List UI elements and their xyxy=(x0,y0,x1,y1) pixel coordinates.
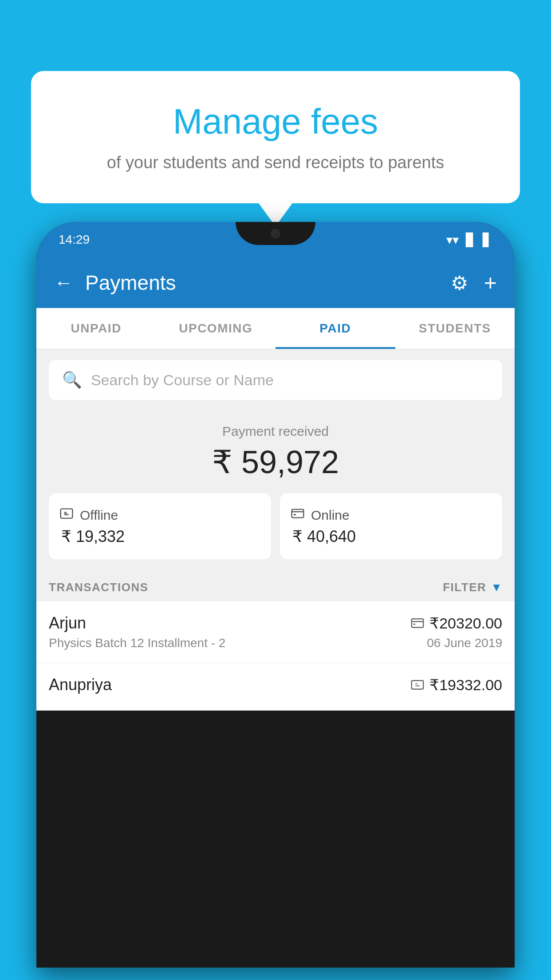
settings-icon[interactable]: ⚙ xyxy=(451,272,468,294)
search-container: 🔍 Search by Course or Name xyxy=(36,349,515,411)
transactions-list: Arjun ₹20320.00 Physics xyxy=(36,601,515,711)
offline-payment-card: Offline ₹ 19,332 xyxy=(49,493,271,559)
speech-bubble: Manage fees of your students and send re… xyxy=(31,71,520,203)
status-icons: ▾▾ ▊ ▋ xyxy=(446,233,492,247)
offline-amount: ₹ 19,332 xyxy=(59,527,125,546)
camera xyxy=(271,229,280,238)
bubble-subtitle: of your students and send receipts to pa… xyxy=(58,151,493,174)
svg-rect-4 xyxy=(413,624,416,624)
signal-icon: ▊ xyxy=(466,233,476,247)
header-left: ← Payments xyxy=(54,271,176,295)
wifi-icon: ▾▾ xyxy=(446,233,459,247)
phone-frame: 14:29 ▾▾ ▊ ▋ ← Payments ⚙ xyxy=(36,222,515,968)
app-content: 🔍 Search by Course or Name Payment recei… xyxy=(36,349,515,711)
online-payment-card: Online ₹ 40,640 xyxy=(280,493,502,559)
tab-unpaid[interactable]: UNPAID xyxy=(36,308,156,349)
table-row[interactable]: Anupriya ₹19332.00 xyxy=(36,663,515,711)
tabs-bar: UNPAID UPCOMING PAID STUDENTS xyxy=(36,308,515,349)
transaction-amount-arjun: ₹20320.00 xyxy=(411,614,502,632)
cash-payment-icon xyxy=(411,680,424,690)
battery-icon: ▋ xyxy=(483,233,492,247)
transactions-label: TRANSACTIONS xyxy=(49,581,149,594)
transaction-top-arjun: Arjun ₹20320.00 xyxy=(49,614,502,632)
transaction-course-arjun: Physics Batch 12 Installment - 2 xyxy=(49,636,225,650)
page-title: Payments xyxy=(85,271,176,295)
tab-paid[interactable]: PAID xyxy=(276,308,395,349)
svg-rect-5 xyxy=(412,680,423,689)
transaction-amount-value-arjun: ₹20320.00 xyxy=(429,614,502,632)
offline-icon xyxy=(59,506,74,521)
online-icon xyxy=(291,506,305,521)
transaction-name-anupriya: Anupriya xyxy=(49,676,112,694)
speech-bubble-container: Manage fees of your students and send re… xyxy=(31,71,520,203)
status-time: 14:29 xyxy=(59,233,90,247)
filter-group[interactable]: FILTER ▼ xyxy=(443,581,502,594)
tab-students[interactable]: STUDENTS xyxy=(395,308,515,349)
payment-total-amount: ₹ 59,972 xyxy=(49,443,502,481)
table-row[interactable]: Arjun ₹20320.00 Physics xyxy=(36,601,515,663)
header-actions: ⚙ + xyxy=(451,270,497,296)
search-icon: 🔍 xyxy=(62,371,82,389)
svg-rect-3 xyxy=(412,619,423,627)
svg-rect-1 xyxy=(292,510,304,518)
offline-card-header: Offline xyxy=(59,506,118,524)
payment-summary: Payment received ₹ 59,972 xyxy=(36,411,515,568)
payment-received-label: Payment received xyxy=(49,424,502,439)
add-icon[interactable]: + xyxy=(484,270,497,296)
search-input[interactable]: Search by Course or Name xyxy=(91,371,274,389)
back-button[interactable]: ← xyxy=(54,272,73,293)
phone-wrapper: 14:29 ▾▾ ▊ ▋ ← Payments ⚙ xyxy=(36,222,515,980)
status-bar: 14:29 ▾▾ ▊ ▋ xyxy=(36,222,515,257)
transaction-name-arjun: Arjun xyxy=(49,614,86,632)
transaction-bottom-arjun: Physics Batch 12 Installment - 2 06 June… xyxy=(49,636,502,650)
filter-label: FILTER xyxy=(443,581,486,594)
transaction-amount-value-anupriya: ₹19332.00 xyxy=(429,676,502,694)
svg-rect-2 xyxy=(294,514,296,515)
card-payment-icon xyxy=(411,618,424,628)
phone-notch xyxy=(236,222,315,245)
payment-cards: Offline ₹ 19,332 xyxy=(49,493,502,559)
search-bar[interactable]: 🔍 Search by Course or Name xyxy=(49,360,502,400)
online-card-header: Online xyxy=(291,506,350,524)
filter-icon: ▼ xyxy=(491,581,502,594)
transactions-header: TRANSACTIONS FILTER ▼ xyxy=(36,568,515,601)
offline-label: Offline xyxy=(80,508,118,523)
app-header: ← Payments ⚙ + xyxy=(36,257,515,308)
transaction-top-anupriya: Anupriya ₹19332.00 xyxy=(49,676,502,694)
online-label: Online xyxy=(311,508,350,523)
bubble-title: Manage fees xyxy=(58,102,493,141)
tab-upcoming[interactable]: UPCOMING xyxy=(156,308,276,349)
online-amount: ₹ 40,640 xyxy=(291,527,356,546)
transaction-amount-anupriya: ₹19332.00 xyxy=(411,676,502,694)
transaction-date-arjun: 06 June 2019 xyxy=(427,636,502,650)
background: Manage fees of your students and send re… xyxy=(0,0,551,980)
